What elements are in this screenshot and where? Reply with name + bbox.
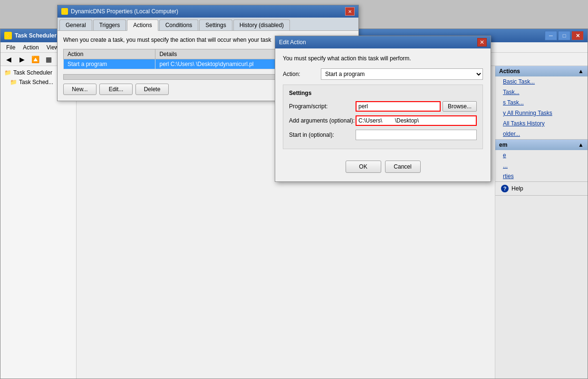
tab-history[interactable]: History (disabled) <box>233 19 290 30</box>
edit-action-dialog: Edit Action ✕ You must specify what acti… <box>275 36 491 182</box>
edit-action-title: Edit Action <box>279 39 306 46</box>
edit-button[interactable]: Edit... <box>99 84 133 95</box>
dynamic-dns-icon: ⚡ <box>61 8 68 15</box>
folder-icon-2: 📁 <box>10 79 17 85</box>
toolbar-forward-button[interactable]: ▶ <box>16 54 28 65</box>
ea-program-row: Program/script: Browse... <box>289 101 477 112</box>
delete-button[interactable]: Delete <box>135 84 169 95</box>
dynamic-dns-titlebar: ⚡ DynamicDNS Properties (Local Computer)… <box>58 5 358 18</box>
dynamic-dns-close-button[interactable]: ✕ <box>345 7 355 16</box>
tab-conditions[interactable]: Conditions <box>159 19 199 30</box>
right-tasks-history[interactable]: All Tasks History <box>495 118 588 129</box>
ea-startin-input[interactable] <box>356 130 477 140</box>
task-scheduler-title: Task Scheduler <box>15 32 57 39</box>
right-older[interactable]: older... <box>495 129 588 139</box>
ea-dialog-buttons: OK Cancel <box>283 154 483 175</box>
right-lower-section: em ▲ e ... rties <box>495 140 588 182</box>
edit-action-content: You must specify what action this task w… <box>275 48 491 181</box>
menu-file[interactable]: File <box>2 43 19 52</box>
toolbar-back-button[interactable]: ◀ <box>2 54 15 65</box>
dynamic-dns-tabs: General Triggers Actions Conditions Sett… <box>58 18 358 31</box>
ea-cancel-button[interactable]: Cancel <box>385 161 421 173</box>
ea-startin-label: Start in (optional): <box>289 132 356 138</box>
right-running-tasks[interactable]: y All Running Tasks <box>495 108 588 118</box>
right-lower-header: em ▲ <box>495 140 588 150</box>
edit-action-close-button[interactable]: ✕ <box>477 38 487 47</box>
ts-maximize-button[interactable]: □ <box>558 31 570 40</box>
ea-settings-group: Settings Program/script: Browse... Add a… <box>283 85 483 149</box>
folder-icon: 📁 <box>4 69 11 76</box>
ea-title-controls: ✕ <box>477 38 487 47</box>
ea-arguments-label: Add arguments (optional): <box>289 117 356 124</box>
right-actions-title: Actions <box>499 68 520 75</box>
actions-collapse-icon[interactable]: ▲ <box>578 68 584 75</box>
right-help-item[interactable]: ? Help <box>495 182 588 195</box>
dynamic-dns-title: DynamicDNS Properties (Local Computer) <box>71 8 178 15</box>
sidebar-item-label-2: Task Sched... <box>19 79 53 85</box>
ts-close-button[interactable]: ✕ <box>571 31 584 40</box>
ts-right-panel: Actions ▲ Basic Task... Task... s Task..… <box>495 66 588 379</box>
right-e[interactable]: e <box>495 150 588 161</box>
browse-button[interactable]: Browse... <box>443 101 477 112</box>
ea-arguments-input[interactable] <box>356 115 477 126</box>
right-basic-task[interactable]: Basic Task... <box>495 76 588 87</box>
menu-action[interactable]: Action <box>19 43 42 52</box>
right-s-task[interactable]: s Task... <box>495 97 588 108</box>
ea-ok-button[interactable]: OK <box>346 161 381 173</box>
ea-action-label: Action: <box>283 71 321 77</box>
edit-action-titlebar: Edit Action ✕ <box>275 36 491 48</box>
sidebar-item-label-1: Task Scheduler <box>13 69 52 76</box>
edit-action-description: You must specify what action this task w… <box>283 55 483 62</box>
tab-general[interactable]: General <box>59 19 92 30</box>
ea-settings-title: Settings <box>289 90 477 96</box>
help-icon: ? <box>501 185 509 192</box>
ea-startin-row: Start in (optional): <box>289 130 477 140</box>
ea-program-label: Program/script: <box>289 103 356 110</box>
new-button[interactable]: New... <box>63 84 96 95</box>
ea-action-row: Action: Start a program <box>283 68 483 80</box>
tab-actions[interactable]: Actions <box>127 19 158 31</box>
task-scheduler-sidebar: 📁 Task Scheduler 📁 Task Sched... <box>0 66 77 379</box>
right-help-section: ? Help <box>495 182 588 196</box>
ea-action-select[interactable]: Start a program <box>321 68 483 80</box>
ea-arguments-row: Add arguments (optional): <box>289 115 477 126</box>
lower-collapse-icon[interactable]: ▲ <box>578 142 584 148</box>
right-task[interactable]: Task... <box>495 87 588 97</box>
ts-title-controls: ─ □ ✕ <box>545 31 584 40</box>
tab-settings[interactable]: Settings <box>199 19 232 30</box>
right-actions-section: Actions ▲ Basic Task... Task... s Task..… <box>495 66 588 140</box>
right-actions-header: Actions ▲ <box>495 66 588 76</box>
ea-program-input-area: Browse... <box>356 101 477 112</box>
col-action: Action <box>64 49 155 59</box>
toolbar-show-button[interactable]: ▦ <box>42 54 55 65</box>
help-label: Help <box>511 185 523 192</box>
right-lower-title: em <box>499 142 507 148</box>
task-scheduler-icon: ⚡ <box>4 32 12 39</box>
ts-minimize-button[interactable]: ─ <box>545 31 557 40</box>
ea-program-input[interactable] <box>356 101 441 112</box>
right-dots[interactable]: ... <box>495 161 588 171</box>
dynamic-dns-title-controls: ✕ <box>345 7 355 16</box>
tab-triggers[interactable]: Triggers <box>93 19 126 30</box>
toolbar-up-button[interactable]: 🔼 <box>29 54 41 65</box>
row-action-cell: Start a program <box>64 59 155 69</box>
right-rties[interactable]: rties <box>495 171 588 181</box>
